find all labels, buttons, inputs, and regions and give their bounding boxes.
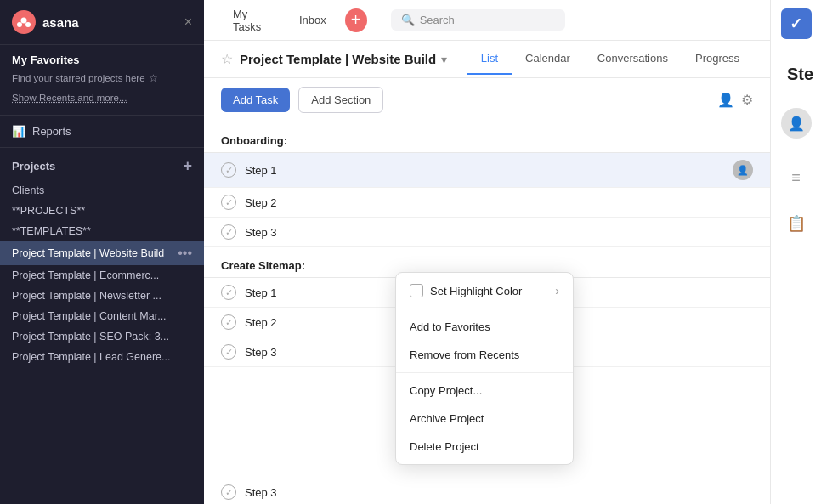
- projects-section-header: Projects +: [0, 151, 204, 180]
- sidebar-close-button[interactable]: ×: [184, 14, 192, 30]
- tab-progress[interactable]: Progress: [682, 43, 753, 75]
- svg-point-2: [25, 22, 31, 27]
- task-name-onboarding-2: Step 2: [245, 196, 277, 209]
- sidebar-header: asana ×: [0, 0, 204, 45]
- search-bar[interactable]: 🔍 Search: [391, 9, 565, 31]
- task-checkbox-sitemap-2[interactable]: ✓: [221, 314, 236, 330]
- task-row-onboarding-3[interactable]: ✓ Step 3: [204, 218, 770, 247]
- logo: asana: [12, 10, 79, 34]
- sidebar-item-reports[interactable]: 📊 Reports: [0, 119, 204, 144]
- reports-label: Reports: [32, 125, 71, 138]
- my-favorites-title: My Favorites: [0, 45, 204, 68]
- context-menu-item-delete-project[interactable]: Delete Project: [396, 433, 573, 461]
- newsletter-label: Project Template | Newsletter ...: [12, 290, 161, 302]
- ecommerce-label: Project Template | Ecommerc...: [12, 269, 159, 281]
- detail-align-icon: ≡: [791, 162, 801, 194]
- task-name-extra-step3: Step 3: [245, 486, 277, 499]
- detail-check-icon[interactable]: ✓: [781, 8, 812, 39]
- star-icon: ☆: [149, 71, 158, 86]
- projects-header-label: **PROJECTS**: [12, 205, 85, 217]
- add-section-button[interactable]: Add Section: [298, 87, 383, 113]
- sidebar-item-projects-header[interactable]: **PROJECTS**: [0, 201, 204, 221]
- favorites-subtitle: Find your starred projects here ☆: [0, 68, 204, 91]
- projects-label: Projects: [12, 160, 55, 173]
- sidebar-divider-1: [0, 115, 204, 116]
- sidebar-item-templates-header[interactable]: **TEMPLATES**: [0, 221, 204, 241]
- context-menu-item-add-favorites[interactable]: Add to Favorites: [396, 313, 573, 341]
- task-row-onboarding-1[interactable]: ✓ Step 1 👤: [204, 153, 770, 188]
- task-checkbox-3[interactable]: ✓: [221, 224, 236, 240]
- highlight-color-arrow-icon: ›: [555, 284, 559, 297]
- context-menu-item-highlight-color[interactable]: Set Highlight Color ›: [396, 276, 573, 305]
- right-panel: ✓ Ste 👤 ≡ 📋: [770, 0, 821, 504]
- inbox-link[interactable]: Inbox: [287, 0, 338, 40]
- task-checkbox-1[interactable]: ✓: [221, 162, 236, 178]
- star-project-button[interactable]: ☆: [221, 51, 233, 67]
- sidebar: asana × My Favorites Find your starred p…: [0, 0, 204, 504]
- add-new-button[interactable]: +: [345, 8, 367, 32]
- project-title-chevron-icon[interactable]: ▾: [441, 53, 447, 66]
- highlight-color-checkbox-icon: [410, 284, 423, 297]
- context-menu: Set Highlight Color › Add to Favorites R…: [395, 272, 574, 465]
- context-menu-item-archive-project[interactable]: Archive Project: [396, 405, 573, 433]
- sidebar-item-ecommerce[interactable]: Project Template | Ecommerc...: [0, 265, 204, 286]
- section-onboarding: Onboarding:: [204, 122, 770, 153]
- task-name-sitemap-2: Step 2: [245, 316, 277, 329]
- sidebar-item-seo-pack[interactable]: Project Template | SEO Pack: 3...: [0, 326, 204, 347]
- reports-icon: 📊: [12, 125, 25, 138]
- tab-conversations[interactable]: Conversations: [584, 43, 682, 75]
- project-header: ☆ Project Template | Website Build ▾ Lis…: [204, 41, 770, 78]
- show-recents-link[interactable]: Show Recents and more...: [0, 91, 204, 111]
- task-checkbox-2[interactable]: ✓: [221, 195, 236, 210]
- detail-clipboard-icon: 📋: [787, 207, 806, 240]
- toolbar: Add Task Add Section 👤 ⚙: [204, 78, 770, 122]
- task-checkbox-extra[interactable]: ✓: [221, 484, 236, 500]
- search-icon: 🔍: [401, 14, 415, 26]
- templates-header-label: **TEMPLATES**: [12, 225, 91, 237]
- filter-icon[interactable]: ⚙: [741, 92, 753, 108]
- context-divider-1: [396, 309, 573, 309]
- task-row-extra-step3[interactable]: ✓ Step 3: [204, 478, 770, 504]
- asana-logo-text: asana: [42, 15, 79, 30]
- search-placeholder: Search: [420, 14, 455, 26]
- add-task-button[interactable]: Add Task: [221, 88, 290, 112]
- detail-panel-title: Ste: [779, 53, 813, 84]
- tab-calendar[interactable]: Calendar: [512, 43, 584, 75]
- task-checkbox-sitemap-1[interactable]: ✓: [221, 285, 236, 300]
- svg-point-0: [21, 18, 27, 24]
- sidebar-divider-2: [0, 147, 204, 148]
- task-name-onboarding-1: Step 1: [245, 164, 277, 177]
- project-tabs: List Calendar Conversations Progress: [467, 43, 753, 75]
- seo-pack-label: Project Template | SEO Pack: 3...: [12, 331, 169, 343]
- add-project-button[interactable]: +: [183, 158, 192, 173]
- sidebar-item-newsletter[interactable]: Project Template | Newsletter ...: [0, 286, 204, 306]
- avatar-onboarding-1: 👤: [733, 160, 753, 180]
- task-checkbox-sitemap-3[interactable]: ✓: [221, 344, 236, 360]
- content-marketing-label: Project Template | Content Mar...: [12, 310, 167, 322]
- lead-gen-label: Project Template | Lead Genere...: [12, 351, 170, 363]
- detail-avatar: 👤: [781, 108, 812, 139]
- main-content: My Tasks Inbox + 🔍 Search ☆ Project Temp…: [204, 0, 770, 504]
- task-name-sitemap-3: Step 3: [245, 346, 277, 359]
- sidebar-item-clients[interactable]: Clients: [0, 180, 204, 201]
- task-row-onboarding-2[interactable]: ✓ Step 2: [204, 188, 770, 218]
- clients-label: Clients: [12, 184, 44, 196]
- sidebar-item-content-marketing[interactable]: Project Template | Content Mar...: [0, 306, 204, 326]
- sidebar-item-website-build[interactable]: Project Template | Website Build •••: [0, 241, 204, 265]
- toolbar-icons: 👤 ⚙: [717, 92, 753, 108]
- context-divider-2: [396, 372, 573, 373]
- project-title: Project Template | Website Build: [240, 52, 436, 66]
- context-menu-item-copy-project[interactable]: Copy Project...: [396, 377, 573, 405]
- topbar-tabs: My Tasks Inbox + 🔍 Search: [204, 0, 770, 40]
- top-bar: My Tasks Inbox + 🔍 Search: [204, 0, 770, 41]
- svg-point-1: [17, 22, 22, 27]
- task-name-sitemap-1: Step 1: [245, 286, 277, 299]
- person-filter-icon[interactable]: 👤: [717, 92, 734, 108]
- context-menu-item-remove-recents[interactable]: Remove from Recents: [396, 341, 573, 369]
- sidebar-item-lead-gen[interactable]: Project Template | Lead Genere...: [0, 347, 204, 367]
- asana-logo-icon: [12, 10, 36, 34]
- my-tasks-link[interactable]: My Tasks: [221, 0, 287, 40]
- task-name-onboarding-3: Step 3: [245, 226, 277, 239]
- ellipsis-button[interactable]: •••: [178, 246, 192, 261]
- tab-list[interactable]: List: [467, 43, 512, 75]
